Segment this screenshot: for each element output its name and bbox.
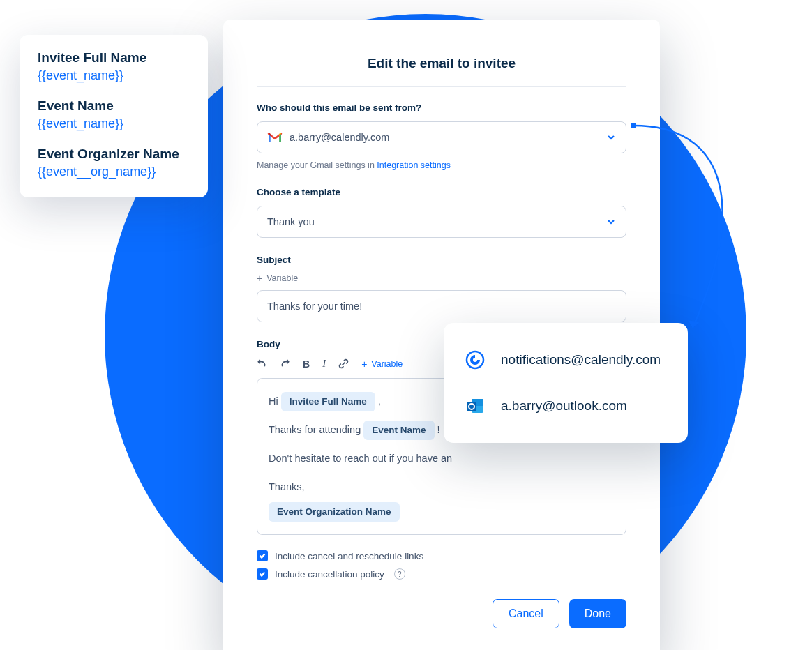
svg-point-2 <box>467 352 483 368</box>
undo-button[interactable] <box>257 358 267 369</box>
sender-options-popover: notifications@calendly.com a.barry@outlo… <box>444 323 688 443</box>
legend-label: Event Name <box>38 98 190 114</box>
include-links-row: Include cancel and reschedule links <box>257 550 626 561</box>
link-button[interactable] <box>338 358 349 369</box>
legend-item: Event Name {{event_name}} <box>38 98 190 131</box>
integration-settings-link[interactable]: Integration settings <box>377 160 451 170</box>
cancel-button[interactable]: Cancel <box>493 599 559 628</box>
sender-selected-value: a.barry@calendly.com <box>290 132 389 143</box>
outlook-icon <box>465 395 486 416</box>
sender-helper-text: Manage your Gmail settings in Integratio… <box>257 160 626 170</box>
sender-label: Who should this email be sent from? <box>257 103 626 113</box>
subject-input[interactable] <box>257 290 626 322</box>
legend-item: Invitee Full Name {{event_name}} <box>38 50 190 83</box>
variable-chip-event-name[interactable]: Event Name <box>363 421 434 440</box>
legend-label: Event Organizer Name <box>38 146 190 162</box>
gmail-icon <box>267 132 283 143</box>
bold-button[interactable]: B <box>303 358 310 370</box>
help-icon[interactable]: ? <box>394 568 405 580</box>
include-policy-checkbox[interactable] <box>257 568 268 580</box>
body-line: Event Organization Name <box>269 501 615 522</box>
chevron-down-icon <box>606 133 616 142</box>
sender-option[interactable]: notifications@calendly.com <box>465 342 667 377</box>
include-policy-label: Include cancellation policy <box>275 569 384 580</box>
body-line: Don't hesitate to reach out if you have … <box>269 448 615 469</box>
italic-button[interactable]: I <box>322 358 326 370</box>
modal-footer: Cancel Done <box>257 599 626 628</box>
plus-icon: + <box>257 273 262 283</box>
template-selected-value: Thank you <box>267 216 315 227</box>
sender-option-email: notifications@calendly.com <box>501 352 661 368</box>
plus-icon: + <box>361 359 367 369</box>
calendly-icon <box>465 349 486 370</box>
variable-legend-card: Invitee Full Name {{event_name}} Event N… <box>20 35 208 197</box>
chevron-down-icon <box>606 217 616 227</box>
legend-label: Invitee Full Name <box>38 50 190 66</box>
template-label: Choose a template <box>257 187 626 197</box>
modal-title: Edit the email to invitee <box>257 56 626 87</box>
legend-item: Event Organizer Name {{event__org_name}} <box>38 146 190 179</box>
variable-chip-org-name[interactable]: Event Organization Name <box>269 502 400 522</box>
sender-select[interactable]: a.barry@calendly.com <box>257 121 626 153</box>
body-line: Thanks, <box>269 477 615 497</box>
legend-token: {{event__org_name}} <box>38 165 190 179</box>
template-select[interactable]: Thank you <box>257 206 626 238</box>
body-add-variable-button[interactable]: + Variable <box>361 359 403 369</box>
sender-option-email: a.barry@outlook.com <box>501 398 627 414</box>
legend-token: {{event_name}} <box>38 116 190 131</box>
redo-button[interactable] <box>280 358 290 369</box>
done-button[interactable]: Done <box>569 599 626 628</box>
sender-option[interactable]: a.barry@outlook.com <box>465 388 667 423</box>
include-links-checkbox[interactable] <box>257 550 268 561</box>
legend-token: {{event_name}} <box>38 68 190 83</box>
include-policy-row: Include cancellation policy ? <box>257 568 626 580</box>
include-links-label: Include cancel and reschedule links <box>275 551 423 561</box>
variable-chip-invitee-name[interactable]: Invitee Full Name <box>281 392 375 411</box>
subject-add-variable-button[interactable]: + Variable <box>257 273 626 283</box>
subject-label: Subject <box>257 255 626 265</box>
